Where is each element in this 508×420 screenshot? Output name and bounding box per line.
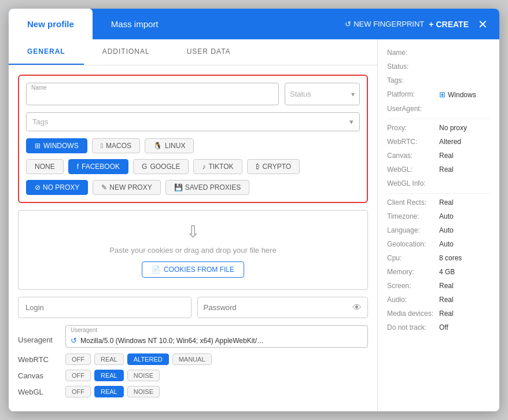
- sidebar-timezone-key: Timezone:: [387, 212, 439, 220]
- status-wrap: Status ▾: [285, 83, 360, 105]
- tags-label: Tags: [32, 117, 48, 126]
- usecase-none-button[interactable]: NONE: [26, 159, 64, 174]
- sidebar-screen-key: Screen:: [387, 282, 439, 290]
- useragent-field-label: Useragent: [71, 327, 97, 333]
- upload-icon: ⇩: [186, 222, 200, 241]
- tab-new-profile[interactable]: New profile: [9, 9, 93, 39]
- webrtc-off-button[interactable]: OFF: [65, 353, 91, 365]
- webrtc-real-button[interactable]: REAL: [94, 353, 124, 365]
- login-input[interactable]: [18, 297, 192, 318]
- webgl-label: WebGL: [18, 388, 58, 396]
- name-label: Name: [31, 84, 47, 91]
- cookie-text: Paste your cookies or drag and drop your…: [109, 246, 276, 255]
- sidebar-useragent-row: UserAgent:: [387, 105, 490, 113]
- webgl-off-button[interactable]: OFF: [65, 386, 91, 397]
- name-status-row: Name Status ▾: [26, 83, 360, 105]
- chevron-down-icon: ▾: [349, 117, 354, 126]
- platform-macos-button[interactable]:  MACOS: [92, 138, 140, 153]
- usecase-crypto-button[interactable]: ₿ CRYPTO: [247, 159, 300, 174]
- usecase-google-button[interactable]: G GOOGLE: [133, 159, 189, 174]
- webgl-row: WebGL OFF REAL NOISE: [18, 386, 368, 397]
- status-select[interactable]: Status: [290, 90, 351, 98]
- sidebar-audio-row: Audio: Real: [387, 296, 490, 304]
- webgl-toggle-group: OFF REAL NOISE: [65, 386, 160, 397]
- cookies-from-file-button[interactable]: 📄 COOKIES FROM FILE: [142, 261, 244, 278]
- tags-dropdown[interactable]: Tags ▾: [26, 112, 360, 131]
- windows-icon: ⊞: [35, 142, 41, 150]
- sidebar-media-devices-row: Media devices: Real: [387, 310, 490, 318]
- modal-body: GENERAL ADDITIONAL USER DATA Name: [9, 39, 499, 411]
- sidebar-do-not-track-row: Do not track: Off: [387, 323, 490, 331]
- usecase-tiktok-button[interactable]: ♪ TIKTOK: [193, 159, 242, 174]
- webrtc-manual-button[interactable]: MANUAL: [172, 353, 212, 365]
- canvas-off-button[interactable]: OFF: [65, 370, 91, 381]
- sidebar-screen-row: Screen: Real: [387, 282, 490, 290]
- useragent-label: Useragent: [18, 325, 58, 344]
- sidebar-proxy-val: No proxy: [439, 124, 467, 132]
- sidebar-screen-val: Real: [439, 282, 454, 290]
- sidebar-memory-row: Memory: 4 GB: [387, 268, 490, 276]
- usecase-row: NONE f FACEBOOK G GOOGLE ♪ TIKTOK: [26, 159, 360, 174]
- sidebar-webrtc-val: Altered: [439, 138, 461, 146]
- webgl-real-button[interactable]: REAL: [94, 386, 124, 397]
- sidebar-webrtc-row: WebRTC: Altered: [387, 138, 490, 146]
- useragent-value: Mozilla/5.0 (Windows NT 10.0; Win64; x64…: [80, 337, 266, 345]
- sub-tabs: GENERAL ADDITIONAL USER DATA: [9, 39, 377, 65]
- saved-proxies-icon: 💾: [174, 183, 183, 191]
- tab-general[interactable]: GENERAL: [9, 39, 84, 65]
- sidebar-proxy-key: Proxy:: [387, 124, 439, 132]
- google-icon: G: [142, 163, 147, 171]
- sidebar-platform-val: ⊞ Windows: [439, 90, 476, 99]
- eye-icon[interactable]: 👁: [352, 303, 362, 313]
- sidebar-webgl-info-row: WebGL Info:: [387, 179, 490, 187]
- sidebar: Name: Status: Tags: Platform: ⊞ Windows …: [378, 39, 499, 411]
- login-password-row: 👁: [18, 297, 368, 318]
- sidebar-webgl-key: WebGL:: [387, 165, 439, 174]
- name-input[interactable]: [31, 86, 274, 102]
- canvas-label: Canvas: [18, 371, 58, 380]
- sidebar-canvas-row: Canvas: Real: [387, 152, 490, 160]
- canvas-real-button[interactable]: REAL: [94, 370, 124, 381]
- canvas-noise-button[interactable]: NOISE: [127, 370, 160, 381]
- platform-row: ⊞ WINDOWS  MACOS 🐧 LINUX: [26, 138, 360, 153]
- tab-additional[interactable]: ADDITIONAL: [84, 39, 168, 65]
- sidebar-audio-val: Real: [439, 296, 454, 304]
- tab-user-data[interactable]: USER DATA: [168, 39, 249, 65]
- close-button[interactable]: ✕: [473, 15, 492, 34]
- sidebar-geolocation-key: Geolocation:: [387, 240, 439, 248]
- tab-mass-import[interactable]: Mass import: [93, 9, 177, 39]
- sidebar-canvas-val: Real: [439, 152, 454, 160]
- proxy-row: ⊘ NO PROXY ✎ NEW PROXY 💾 SAVED PROXIES: [26, 180, 360, 195]
- usecase-facebook-button[interactable]: f FACEBOOK: [68, 159, 128, 174]
- sidebar-client-rects-row: Client Rects: Real: [387, 198, 490, 207]
- password-input[interactable]: [204, 297, 353, 318]
- create-button[interactable]: + CREATE: [429, 20, 469, 29]
- cookie-area: ⇩ Paste your cookies or drag and drop yo…: [18, 210, 368, 290]
- sidebar-platform-row: Platform: ⊞ Windows: [387, 90, 490, 99]
- sidebar-audio-key: Audio:: [387, 296, 439, 304]
- sidebar-useragent-key: UserAgent:: [387, 105, 439, 113]
- new-proxy-button[interactable]: ✎ NEW PROXY: [93, 180, 160, 195]
- sidebar-do-not-track-val: Off: [439, 323, 448, 331]
- sidebar-status-key: Status:: [387, 62, 439, 71]
- refresh-icon[interactable]: ↺: [71, 336, 77, 345]
- webrtc-toggle-group: OFF REAL ALTERED MANUAL: [65, 353, 212, 365]
- saved-proxies-button[interactable]: 💾 SAVED PROXIES: [165, 180, 249, 195]
- sidebar-do-not-track-key: Do not track:: [387, 323, 439, 331]
- no-proxy-button[interactable]: ⊘ NO PROXY: [26, 180, 88, 195]
- sidebar-cpu-key: Cpu:: [387, 254, 439, 262]
- sidebar-geolocation-val: Auto: [439, 240, 454, 248]
- sidebar-language-row: Language: Auto: [387, 226, 490, 234]
- sidebar-language-val: Auto: [439, 226, 454, 234]
- sidebar-memory-val: 4 GB: [439, 268, 455, 276]
- facebook-icon: f: [77, 163, 79, 171]
- form-area: Name Status ▾ Tags ▾: [9, 65, 377, 411]
- new-fingerprint-button[interactable]: ↺ NEW FINGERPRINT: [345, 20, 424, 28]
- webrtc-altered-button[interactable]: ALTERED: [127, 353, 169, 365]
- platform-windows-button[interactable]: ⊞ WINDOWS: [26, 138, 87, 153]
- platform-linux-button[interactable]: 🐧 LINUX: [145, 138, 194, 153]
- webgl-noise-button[interactable]: NOISE: [127, 386, 160, 397]
- sidebar-cpu-val: 8 cores: [439, 254, 462, 262]
- windows-sidebar-icon: ⊞: [439, 90, 446, 99]
- sidebar-client-rects-key: Client Rects:: [387, 198, 439, 207]
